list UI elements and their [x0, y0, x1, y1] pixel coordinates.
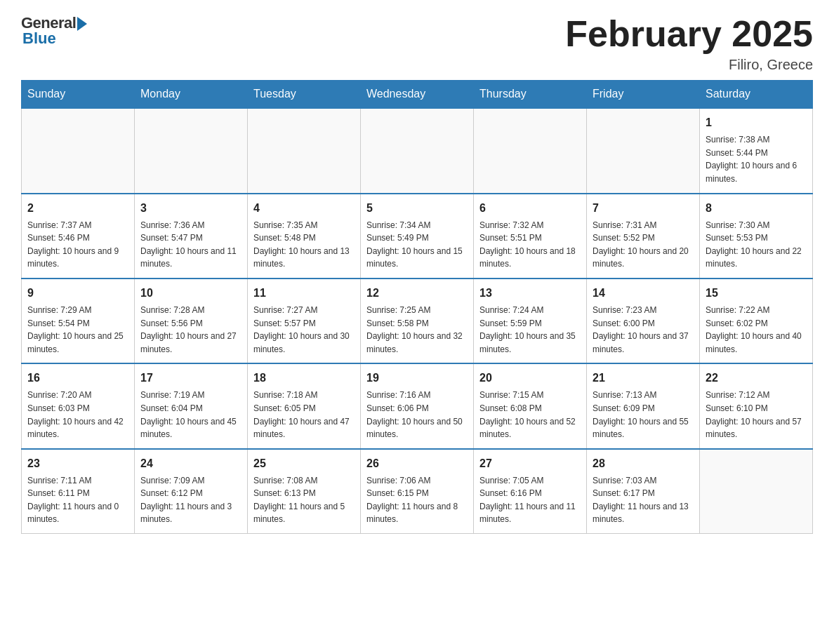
calendar-cell: 2Sunrise: 7:37 AM Sunset: 5:46 PM Daylig…: [22, 194, 135, 279]
day-number: 22: [706, 370, 807, 387]
calendar-cell: 26Sunrise: 7:06 AM Sunset: 6:15 PM Dayli…: [361, 449, 474, 534]
day-number: 16: [27, 370, 128, 387]
calendar-cell: 15Sunrise: 7:22 AM Sunset: 6:02 PM Dayli…: [700, 279, 813, 363]
day-number: 4: [253, 200, 355, 217]
day-number: 3: [140, 200, 241, 217]
calendar-cell: [700, 449, 813, 534]
day-number: 28: [593, 455, 694, 472]
page-header: General Blue February 2025 Filiro, Greec…: [21, 14, 813, 73]
calendar-title: February 2025: [565, 14, 813, 54]
day-info: Sunrise: 7:25 AM Sunset: 5:58 PM Dayligh…: [366, 304, 468, 356]
calendar-cell: [248, 108, 361, 193]
day-number: 7: [593, 200, 694, 217]
weekday-header-friday: Friday: [587, 81, 700, 109]
weekday-header-row: SundayMondayTuesdayWednesdayThursdayFrid…: [22, 81, 813, 109]
day-info: Sunrise: 7:31 AM Sunset: 5:52 PM Dayligh…: [593, 219, 694, 271]
day-info: Sunrise: 7:27 AM Sunset: 5:57 PM Dayligh…: [253, 304, 355, 356]
weekday-header-monday: Monday: [135, 81, 248, 109]
day-number: 12: [366, 285, 468, 302]
day-number: 17: [140, 370, 241, 387]
calendar-cell: 11Sunrise: 7:27 AM Sunset: 5:57 PM Dayli…: [248, 279, 361, 363]
calendar-cell: 28Sunrise: 7:03 AM Sunset: 6:17 PM Dayli…: [587, 449, 700, 534]
logo: General Blue: [21, 14, 87, 48]
title-block: February 2025 Filiro, Greece: [565, 14, 813, 73]
day-number: 23: [27, 455, 128, 472]
calendar-cell: 23Sunrise: 7:11 AM Sunset: 6:11 PM Dayli…: [22, 449, 135, 534]
weekday-header-sunday: Sunday: [22, 81, 135, 109]
day-info: Sunrise: 7:15 AM Sunset: 6:08 PM Dayligh…: [479, 389, 581, 441]
calendar-cell: 21Sunrise: 7:13 AM Sunset: 6:09 PM Dayli…: [587, 363, 700, 448]
calendar-cell: 4Sunrise: 7:35 AM Sunset: 5:48 PM Daylig…: [248, 194, 361, 279]
day-info: Sunrise: 7:36 AM Sunset: 5:47 PM Dayligh…: [140, 219, 241, 271]
day-info: Sunrise: 7:22 AM Sunset: 6:02 PM Dayligh…: [706, 304, 807, 356]
day-info: Sunrise: 7:32 AM Sunset: 5:51 PM Dayligh…: [479, 219, 581, 271]
day-number: 18: [253, 370, 355, 387]
calendar-cell: 14Sunrise: 7:23 AM Sunset: 6:00 PM Dayli…: [587, 279, 700, 363]
day-info: Sunrise: 7:20 AM Sunset: 6:03 PM Dayligh…: [27, 389, 128, 441]
day-info: Sunrise: 7:09 AM Sunset: 6:12 PM Dayligh…: [140, 474, 241, 526]
day-info: Sunrise: 7:23 AM Sunset: 6:00 PM Dayligh…: [593, 304, 694, 356]
day-number: 6: [479, 200, 581, 217]
day-number: 27: [479, 455, 581, 472]
calendar-cell: 9Sunrise: 7:29 AM Sunset: 5:54 PM Daylig…: [22, 279, 135, 363]
weekday-header-tuesday: Tuesday: [248, 81, 361, 109]
calendar-week-2: 2Sunrise: 7:37 AM Sunset: 5:46 PM Daylig…: [22, 194, 813, 279]
day-info: Sunrise: 7:06 AM Sunset: 6:15 PM Dayligh…: [366, 474, 468, 526]
calendar-cell: [361, 108, 474, 193]
day-number: 10: [140, 285, 241, 302]
calendar-cell: 3Sunrise: 7:36 AM Sunset: 5:47 PM Daylig…: [135, 194, 248, 279]
day-number: 1: [706, 114, 807, 131]
day-number: 5: [366, 200, 468, 217]
day-info: Sunrise: 7:29 AM Sunset: 5:54 PM Dayligh…: [27, 304, 128, 356]
calendar-cell: 10Sunrise: 7:28 AM Sunset: 5:56 PM Dayli…: [135, 279, 248, 363]
logo-blue-text: Blue: [22, 29, 56, 48]
calendar-week-4: 16Sunrise: 7:20 AM Sunset: 6:03 PM Dayli…: [22, 363, 813, 448]
day-info: Sunrise: 7:11 AM Sunset: 6:11 PM Dayligh…: [27, 474, 128, 526]
day-number: 11: [253, 285, 355, 302]
calendar-cell: [22, 108, 135, 193]
day-info: Sunrise: 7:19 AM Sunset: 6:04 PM Dayligh…: [140, 389, 241, 441]
day-info: Sunrise: 7:12 AM Sunset: 6:10 PM Dayligh…: [706, 389, 807, 441]
day-number: 13: [479, 285, 581, 302]
calendar-cell: 6Sunrise: 7:32 AM Sunset: 5:51 PM Daylig…: [474, 194, 587, 279]
calendar-cell: 8Sunrise: 7:30 AM Sunset: 5:53 PM Daylig…: [700, 194, 813, 279]
day-number: 26: [366, 455, 468, 472]
day-info: Sunrise: 7:28 AM Sunset: 5:56 PM Dayligh…: [140, 304, 241, 356]
weekday-header-thursday: Thursday: [474, 81, 587, 109]
calendar-cell: 17Sunrise: 7:19 AM Sunset: 6:04 PM Dayli…: [135, 363, 248, 448]
day-number: 21: [593, 370, 694, 387]
weekday-header-saturday: Saturday: [700, 81, 813, 109]
day-info: Sunrise: 7:34 AM Sunset: 5:49 PM Dayligh…: [366, 219, 468, 271]
logo-arrow-icon: [77, 17, 87, 31]
day-info: Sunrise: 7:18 AM Sunset: 6:05 PM Dayligh…: [253, 389, 355, 441]
day-number: 9: [27, 285, 128, 302]
day-info: Sunrise: 7:03 AM Sunset: 6:17 PM Dayligh…: [593, 474, 694, 526]
day-number: 14: [593, 285, 694, 302]
calendar-cell: 25Sunrise: 7:08 AM Sunset: 6:13 PM Dayli…: [248, 449, 361, 534]
day-number: 25: [253, 455, 355, 472]
calendar-cell: 7Sunrise: 7:31 AM Sunset: 5:52 PM Daylig…: [587, 194, 700, 279]
calendar-week-5: 23Sunrise: 7:11 AM Sunset: 6:11 PM Dayli…: [22, 449, 813, 534]
calendar-cell: 20Sunrise: 7:15 AM Sunset: 6:08 PM Dayli…: [474, 363, 587, 448]
day-number: 15: [706, 285, 807, 302]
day-number: 20: [479, 370, 581, 387]
calendar-cell: 18Sunrise: 7:18 AM Sunset: 6:05 PM Dayli…: [248, 363, 361, 448]
calendar-cell: 12Sunrise: 7:25 AM Sunset: 5:58 PM Dayli…: [361, 279, 474, 363]
calendar-cell: 13Sunrise: 7:24 AM Sunset: 5:59 PM Dayli…: [474, 279, 587, 363]
day-info: Sunrise: 7:37 AM Sunset: 5:46 PM Dayligh…: [27, 219, 128, 271]
calendar-cell: 27Sunrise: 7:05 AM Sunset: 6:16 PM Dayli…: [474, 449, 587, 534]
day-number: 2: [27, 200, 128, 217]
calendar-cell: [135, 108, 248, 193]
calendar-cell: 24Sunrise: 7:09 AM Sunset: 6:12 PM Dayli…: [135, 449, 248, 534]
calendar-cell: [474, 108, 587, 193]
calendar-cell: 16Sunrise: 7:20 AM Sunset: 6:03 PM Dayli…: [22, 363, 135, 448]
calendar-body: 1Sunrise: 7:38 AM Sunset: 5:44 PM Daylig…: [22, 108, 813, 533]
calendar-header: SundayMondayTuesdayWednesdayThursdayFrid…: [22, 81, 813, 109]
calendar-table: SundayMondayTuesdayWednesdayThursdayFrid…: [21, 80, 813, 534]
day-info: Sunrise: 7:13 AM Sunset: 6:09 PM Dayligh…: [593, 389, 694, 441]
calendar-cell: 5Sunrise: 7:34 AM Sunset: 5:49 PM Daylig…: [361, 194, 474, 279]
calendar-week-3: 9Sunrise: 7:29 AM Sunset: 5:54 PM Daylig…: [22, 279, 813, 363]
calendar-week-1: 1Sunrise: 7:38 AM Sunset: 5:44 PM Daylig…: [22, 108, 813, 193]
day-info: Sunrise: 7:24 AM Sunset: 5:59 PM Dayligh…: [479, 304, 581, 356]
day-info: Sunrise: 7:30 AM Sunset: 5:53 PM Dayligh…: [706, 219, 807, 271]
